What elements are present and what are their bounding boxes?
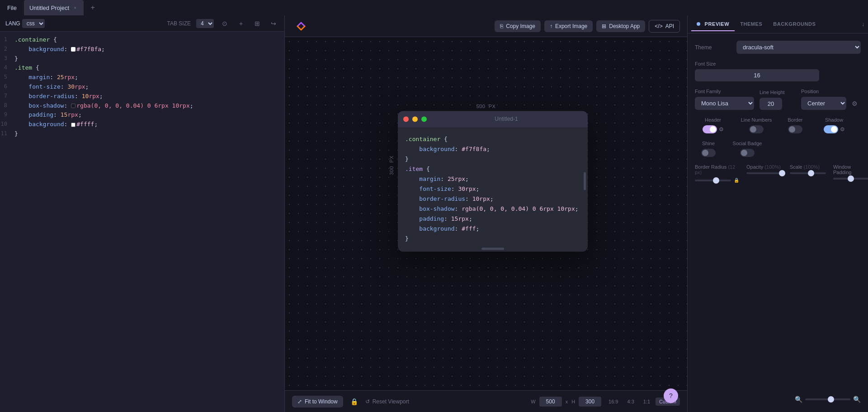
export-image-button[interactable]: ↑ Export Image	[544, 20, 593, 32]
corner-icon: ?	[669, 392, 673, 399]
header-toggle[interactable]	[703, 125, 717, 133]
scale-thumb[interactable]	[808, 170, 814, 176]
logo-icon	[292, 17, 310, 35]
line-num-10: 10	[0, 120, 14, 129]
sliders-section: Border Radius (12 px) 🔒 Opacity (100%)	[695, 164, 861, 183]
ratio-1-1-button[interactable]: 1:1	[640, 398, 654, 406]
add-icon[interactable]: +	[236, 18, 246, 29]
code-editor[interactable]: 1 .container { 2 background: #f7f8fa; 3 …	[0, 32, 284, 412]
copy-image-button[interactable]: ⎘ Copy Image	[495, 20, 541, 32]
ratio-4-3-button[interactable]: 4:3	[624, 398, 638, 406]
canvas-area[interactable]: 500 PX 300 PX	[285, 37, 687, 390]
export-icon: ↑	[550, 23, 552, 29]
code-line-1: 1 .container {	[0, 35, 284, 45]
preview-dot	[697, 22, 700, 26]
export-image-label: Export Image	[555, 23, 587, 29]
height-input[interactable]	[579, 397, 601, 407]
settings-panel: PREVIEW THEMES BACKGROUNDS ↓ Theme dracu…	[687, 15, 868, 412]
preview-window: Untitled-1 .container { background: #f7f…	[398, 111, 588, 251]
lang-selector: LANG css	[5, 19, 45, 28]
position-group: Position Center Left Right	[801, 89, 846, 110]
zoom-out-icon[interactable]: 🔍	[795, 396, 802, 403]
font-family-group: Font Family Mono Lisa Fira Code JetBrain…	[695, 89, 754, 110]
tab-add-button[interactable]: +	[87, 2, 98, 13]
zoom-slider-thumb[interactable]	[828, 396, 834, 403]
header-gear-icon[interactable]: ⚙	[719, 126, 724, 133]
export-icon[interactable]: ↪	[268, 18, 279, 29]
reset-viewport-button[interactable]: ↺ Reset Viewport	[365, 398, 409, 405]
mac-minimize-btn[interactable]	[412, 116, 418, 122]
lang-select[interactable]: css	[22, 19, 45, 28]
scale-group: Scale (100%)	[790, 164, 826, 183]
ratio-16-9-button[interactable]: 16:9	[605, 398, 622, 406]
lang-label: LANG	[5, 20, 20, 27]
window-padding-thumb[interactable]	[848, 175, 854, 182]
border-radius-lock-icon[interactable]: 🔒	[734, 178, 739, 183]
desktop-app-button[interactable]: ⊞ Desktop App	[596, 20, 645, 32]
shine-toggle[interactable]	[701, 149, 716, 157]
position-select[interactable]: Center Left Right	[801, 97, 846, 110]
tab-themes[interactable]: THEMES	[735, 18, 768, 31]
line-num-7: 7	[0, 92, 14, 101]
mac-code-content: .container { background: #f7f8fa; } .ite…	[398, 127, 588, 251]
fit-to-window-button[interactable]: ⤢ Fit to Window	[292, 396, 343, 407]
zoom-in-icon[interactable]: 🔍	[853, 396, 861, 403]
border-radius-track	[695, 180, 731, 181]
position-gear-icon[interactable]: ⚙	[852, 100, 858, 107]
shadow-toggle-label: Shadow	[825, 117, 843, 123]
line-height-group: Line Height	[760, 90, 796, 110]
code-line-11: 11 }	[0, 129, 284, 139]
line-num-1: 1	[0, 35, 14, 45]
font-family-select[interactable]: Mono Lisa Fira Code JetBrains Mono	[695, 97, 754, 110]
height-label: H	[571, 399, 575, 404]
tab-size-label: TAB SIZE	[167, 20, 191, 27]
social-badge-toggle[interactable]	[740, 149, 755, 157]
line-numbers-toggle[interactable]	[749, 125, 764, 133]
line-content-4: .item {	[14, 63, 277, 73]
api-button[interactable]: </> API	[649, 20, 680, 33]
preview-scrollbar-h[interactable]	[481, 247, 504, 250]
copy-icon: ⎘	[500, 23, 503, 29]
mac-close-btn[interactable]	[403, 116, 409, 122]
main-content: LANG css TAB SIZE 4 2 ⊙ + ⊞ ↪ 1 .contain…	[0, 15, 868, 412]
width-input[interactable]	[539, 397, 562, 407]
opacity-track	[746, 172, 783, 174]
window-padding-label: Window Padding	[833, 164, 868, 175]
tab-close-icon[interactable]: ×	[72, 5, 78, 11]
mac-maximize-btn[interactable]	[421, 116, 427, 122]
shadow-toggle[interactable]	[824, 125, 838, 133]
code-icon: </>	[655, 23, 662, 29]
position-gear-group: ⚙	[852, 100, 868, 110]
font-family-label: Font Family	[695, 89, 754, 94]
border-toggle[interactable]	[788, 125, 802, 133]
layout-icon[interactable]: ⊞	[252, 18, 263, 29]
line-content-1: .container {	[14, 35, 277, 45]
code-line-4: 4 .item {	[0, 63, 284, 73]
zoom-slider-track	[805, 398, 850, 400]
font-size-input[interactable]	[695, 69, 819, 81]
tab-preview[interactable]: PREVIEW	[691, 18, 735, 31]
line-height-input[interactable]	[760, 98, 782, 110]
opacity-thumb[interactable]	[779, 170, 785, 176]
tab-backgrounds[interactable]: BACKGROUNDS	[768, 18, 821, 31]
lock-icon[interactable]: 🔒	[350, 398, 358, 405]
border-radius-thumb[interactable]	[713, 177, 719, 184]
shine-toggle-group: Shine	[695, 141, 722, 157]
shine-toggle-label: Shine	[702, 141, 715, 146]
theme-select[interactable]: dracula-soft dracula monokai	[736, 41, 861, 54]
line-numbers-toggle-group: Line Numbers	[738, 117, 774, 133]
shadow-gear-icon[interactable]: ⚙	[840, 126, 845, 133]
mac-titlebar: Untitled-1	[398, 111, 588, 127]
font-size-group: Font Size	[695, 61, 819, 81]
settings-content: Theme dracula-soft dracula monokai Font …	[688, 33, 868, 412]
corner-feedback-button[interactable]: ?	[664, 388, 678, 403]
file-menu[interactable]: File	[4, 5, 20, 11]
panel-down-arrow[interactable]: ↓	[862, 21, 864, 28]
format-icon[interactable]: ⊙	[219, 18, 230, 29]
canvas-bottom: ⤢ Fit to Window 🔒 ↺ Reset Viewport W x H…	[285, 390, 687, 412]
preview-scrollbar-v[interactable]	[584, 172, 586, 190]
line-height-label: Line Height	[760, 90, 796, 95]
tab-size-select[interactable]: 4 2	[196, 19, 214, 28]
tab-untitled-project[interactable]: Untitled Project ×	[24, 0, 84, 15]
width-label: W	[531, 399, 535, 404]
